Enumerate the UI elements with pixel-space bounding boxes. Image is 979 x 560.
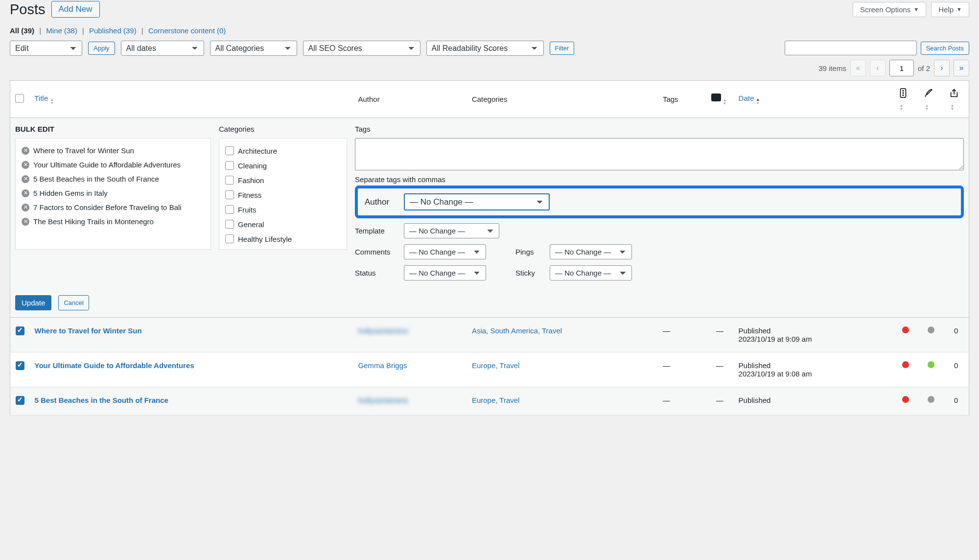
column-readability-score[interactable]: ▲▼ [918, 81, 944, 118]
post-comments: — [706, 352, 734, 387]
next-page-button[interactable]: › [934, 60, 950, 76]
remove-icon[interactable]: ✕ [22, 175, 29, 183]
post-author-link[interactable]: Gemma Briggs [358, 361, 407, 370]
filter-all[interactable]: All (39) [10, 26, 34, 35]
dates-select[interactable]: All dates [121, 41, 204, 56]
readability-score-dot [928, 327, 934, 333]
post-categories-link[interactable]: Asia, South America, Travel [472, 327, 562, 335]
post-categories-link[interactable]: Europe, Travel [472, 396, 520, 404]
bulk-post-item: ✕5 Best Beaches in the South of France [20, 172, 207, 186]
readability-select[interactable]: All Readability Scores [426, 41, 544, 56]
bulk-post-item: ✕Your Ultimate Guide to Affordable Adven… [20, 158, 207, 172]
bulk-tags-label: Tags [355, 125, 964, 133]
column-comments[interactable]: ▲▼ [706, 81, 734, 118]
category-label: Healthy Lifestyle [238, 235, 292, 243]
category-checkbox[interactable] [225, 205, 234, 214]
post-author-link[interactable]: hollysantamera [358, 327, 408, 335]
remove-icon[interactable]: ✕ [22, 189, 29, 197]
bulk-post-title: 5 Hidden Gems in Italy [33, 189, 108, 197]
row-checkbox[interactable] [16, 327, 24, 335]
pings-select[interactable]: — No Change — [550, 244, 632, 259]
feather-icon [923, 88, 934, 98]
bulk-action-select[interactable]: Edit [10, 41, 82, 56]
remove-icon[interactable]: ✕ [22, 218, 29, 226]
triangle-down-icon: ▼ [956, 6, 962, 12]
post-date: Published2023/10/19 at 9:08 am [734, 352, 893, 387]
post-tags: — [658, 387, 706, 416]
filter-button[interactable]: Filter [550, 42, 575, 55]
sticky-select[interactable]: — No Change — [550, 265, 632, 280]
screen-options-button[interactable]: Screen Options▼ [853, 2, 926, 17]
column-links[interactable]: ▲▼ [944, 81, 969, 118]
category-checkbox[interactable] [225, 146, 234, 155]
table-row: Where to Travel for Winter Sunhollysanta… [10, 318, 969, 352]
column-categories: Categories [467, 81, 658, 118]
bulk-post-item: ✕The Best Hiking Trails in Montenegro [20, 214, 207, 229]
add-new-button[interactable]: Add New [51, 1, 100, 18]
column-date[interactable]: Date▲▼ [734, 81, 893, 118]
category-checkbox[interactable] [225, 161, 234, 170]
outgoing-links-icon [949, 88, 959, 98]
row-checkbox[interactable] [16, 361, 24, 370]
category-checkbox[interactable] [225, 176, 234, 185]
bulk-edit-categories-list: ArchitectureCleaningFashionFitnessFruits… [219, 138, 347, 250]
post-title-link[interactable]: 5 Best Beaches in the South of France [35, 396, 168, 404]
remove-icon[interactable]: ✕ [22, 161, 29, 169]
category-checkbox[interactable] [225, 234, 234, 243]
post-date: Published2023/10/19 at 9:09 am [734, 318, 893, 352]
bulk-post-item: ✕7 Factors to Consider Before Traveling … [20, 200, 207, 214]
bulk-category-item: Fruits [223, 202, 343, 217]
readability-score-dot [928, 361, 934, 368]
seo-score-dot [902, 396, 909, 403]
bulk-tags-input[interactable] [355, 138, 964, 170]
category-label: Fruits [238, 206, 256, 214]
filter-published[interactable]: Published (39) [89, 26, 137, 35]
category-checkbox[interactable] [225, 190, 234, 199]
bulk-category-item: Cleaning [223, 158, 343, 173]
categories-select[interactable]: All Categories [210, 41, 297, 56]
comments-select[interactable]: — No Change — [404, 244, 486, 259]
post-tags: — [658, 352, 706, 387]
filter-mine[interactable]: Mine (38) [46, 26, 77, 35]
remove-icon[interactable]: ✕ [22, 147, 29, 155]
apply-button[interactable]: Apply [88, 42, 115, 55]
row-checkbox[interactable] [16, 396, 24, 405]
post-comments: — [706, 387, 734, 416]
filter-cornerstone[interactable]: Cornerstone content (0) [148, 26, 226, 35]
seo-select[interactable]: All SEO Scores [303, 41, 420, 56]
search-input[interactable] [785, 41, 917, 55]
select-all-checkbox[interactable] [15, 94, 24, 103]
triangle-down-icon: ▼ [913, 6, 919, 12]
author-select[interactable]: — No Change — [404, 193, 550, 210]
table-row: Your Ultimate Guide to Affordable Advent… [10, 352, 969, 387]
seo-score-dot [902, 327, 909, 333]
post-categories-link[interactable]: Europe, Travel [472, 361, 520, 370]
status-select[interactable]: — No Change — [404, 265, 486, 280]
search-posts-button[interactable]: Search Posts [921, 42, 969, 55]
template-select[interactable]: — No Change — [404, 223, 499, 238]
post-title-link[interactable]: Where to Travel for Winter Sun [35, 327, 142, 335]
author-label: Author [365, 197, 389, 207]
seo-score-dot [902, 361, 909, 368]
column-title[interactable]: Title▲▼ [30, 81, 353, 118]
post-title-link[interactable]: Your Ultimate Guide to Affordable Advent… [35, 361, 194, 370]
post-tags: — [658, 318, 706, 352]
current-page-input[interactable] [889, 60, 914, 76]
update-button[interactable]: Update [15, 295, 51, 310]
help-button[interactable]: Help▼ [931, 2, 969, 17]
remove-icon[interactable]: ✕ [22, 204, 29, 211]
post-author-link[interactable]: hollysantamera [358, 396, 408, 404]
column-seo-score[interactable]: ▲▼ [893, 81, 918, 118]
column-tags: Tags [658, 81, 706, 118]
prev-page-button: ‹ [870, 60, 886, 76]
post-comments: — [706, 318, 734, 352]
page-title: Posts [10, 1, 46, 18]
category-label: Fashion [238, 176, 264, 185]
bulk-post-item: ✕Where to Travel for Winter Sun [20, 143, 207, 158]
svg-point-3 [902, 94, 904, 96]
bulk-post-title: 7 Factors to Consider Before Traveling t… [33, 203, 182, 211]
last-page-button[interactable]: » [954, 60, 969, 76]
category-checkbox[interactable] [225, 220, 234, 229]
bulk-categories-label: Categories [219, 125, 347, 133]
cancel-button[interactable]: Cancel [58, 295, 89, 310]
